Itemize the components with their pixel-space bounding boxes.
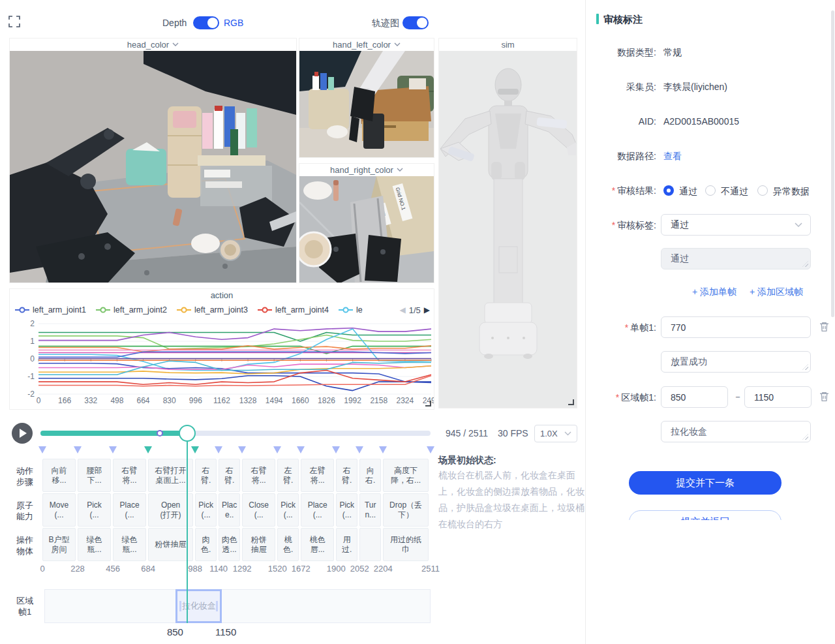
region-frame-track[interactable]: 拉化妆盒 (44, 589, 431, 623)
region-end-input[interactable]: 1150 (744, 386, 812, 408)
delete-region-frame-icon[interactable] (819, 391, 830, 402)
legend-item-le[interactable]: le (339, 305, 363, 314)
hand-left-camera-title-dropdown[interactable]: hand_left_color (299, 38, 434, 51)
review-tag-select[interactable]: 通过 (661, 214, 811, 236)
step-cell-skill[interactable]: Pick (... (78, 493, 111, 527)
radio-abnormal[interactable] (757, 185, 768, 196)
step-marker-456[interactable] (109, 446, 117, 453)
step-marker-0[interactable] (38, 446, 46, 453)
step-cell-skill[interactable]: Pick (... (336, 493, 357, 527)
step-marker-1520[interactable] (273, 446, 281, 453)
step-cell-object[interactable]: 绿色 瓶... (113, 528, 146, 561)
step-cell-object[interactable]: 用 过. (336, 528, 357, 561)
step-cell-object[interactable]: 用过的纸 巾 (383, 528, 429, 561)
step-cell-action[interactable]: 右 臂. (195, 459, 217, 492)
step-marker-1140[interactable] (215, 446, 222, 453)
resize-corner-icon[interactable] (425, 400, 431, 406)
data-path-view-link[interactable]: 查看 (663, 151, 682, 162)
step-marker-2052[interactable] (356, 446, 363, 453)
submit-return-button[interactable]: 提交并返回 (629, 510, 782, 520)
depth-rgb-toggle[interactable] (193, 16, 219, 29)
add-single-frame-link[interactable]: + 添加单帧 (692, 286, 736, 298)
step-cell-skill[interactable]: Drop（丢 下） (383, 493, 429, 527)
step-marker-1900[interactable] (332, 446, 340, 453)
app-root: Depth RGB 轨迹图 head_color (0, 0, 835, 644)
submit-next-button[interactable]: 提交并下一条 (629, 471, 782, 495)
step-cell-action[interactable]: 向 右. (359, 459, 381, 492)
playback-slider[interactable] (40, 431, 431, 436)
region-frame-note-textarea[interactable]: 拉化妆盒 (661, 421, 811, 442)
resize-handle-icon[interactable] (802, 261, 808, 267)
add-region-frame-link[interactable]: + 添加区域帧 (750, 286, 803, 298)
legend-item-left_arm_joint2[interactable]: left_arm_joint2 (96, 305, 167, 314)
resize-handle-icon[interactable] (802, 434, 808, 440)
step-cell-action[interactable]: 右 臂. (219, 459, 240, 492)
step-cell-skill[interactable]: Move (... (42, 493, 76, 527)
action-chart-plot[interactable]: 210-1-2016633249866483099611621328149416… (10, 319, 434, 409)
step-cell-skill[interactable]: Close (... (242, 493, 275, 527)
legend-item-left_arm_joint1[interactable]: left_arm_joint1 (15, 305, 86, 314)
step-cell-object[interactable]: B户型 房间 (42, 528, 76, 561)
step-cell-object[interactable]: 绿色 瓶... (78, 528, 111, 561)
step-marker-1292[interactable] (238, 446, 246, 453)
step-cell-action[interactable]: 左臂 将... (301, 459, 334, 492)
region-frame-box[interactable]: 拉化妆盒 (175, 589, 222, 623)
step-cell-skill[interactable]: Plac e.. (219, 493, 240, 527)
step-cell-action[interactable]: 右 臂. (336, 459, 357, 492)
fullscreen-button[interactable] (8, 16, 20, 27)
radio-abnormal-label[interactable]: 异常数据 (773, 186, 810, 198)
resize-handle-icon[interactable] (802, 364, 808, 370)
single-frame-input[interactable]: 770 (661, 316, 811, 338)
step-cell-action[interactable]: 右臂 将... (113, 459, 146, 492)
single-frame-note-textarea[interactable]: 放置成功 (661, 351, 811, 373)
region-handle-right[interactable] (216, 601, 218, 611)
step-cell-action[interactable]: 腰部 下... (78, 459, 111, 492)
legend-item-left_arm_joint3[interactable]: left_arm_joint3 (177, 305, 248, 314)
step-column-12: 高度下 降，右...Drop（丢 下）用过的纸 巾 (383, 459, 429, 562)
fps-label: 30 FPS (498, 428, 528, 438)
head-camera-title-dropdown[interactable]: head_color (10, 38, 296, 51)
hand-right-camera-title-dropdown[interactable]: hand_right_color (299, 164, 434, 176)
step-cell-skill[interactable]: Pick (... (277, 493, 299, 527)
step-cell-skill[interactable]: Place (... (301, 493, 334, 527)
legend-item-left_arm_joint4[interactable]: left_arm_joint4 (258, 305, 329, 314)
step-cell-object[interactable]: 肉 色. (195, 528, 217, 561)
radio-fail-label[interactable]: 不通过 (721, 186, 748, 198)
step-cell-object[interactable]: 肉色 透... (219, 528, 240, 561)
legend-next-icon[interactable]: ▶ (424, 305, 430, 314)
step-marker-988[interactable] (191, 446, 199, 453)
radio-pass-label[interactable]: 通过 (679, 186, 697, 198)
step-cell-object[interactable] (359, 528, 381, 561)
step-cell-object[interactable]: 粉饼 抽屉 (242, 528, 275, 561)
step-marker-2511[interactable] (427, 446, 434, 453)
step-cell-action[interactable]: 向前 移... (42, 459, 76, 492)
legend-prev-icon[interactable]: ◀ (399, 305, 405, 314)
step-cell-skill[interactable]: Tur n... (359, 493, 381, 527)
play-button[interactable] (12, 423, 33, 444)
region-start-input[interactable]: 850 (661, 386, 728, 408)
step-cell-skill[interactable]: Place (... (113, 493, 146, 527)
playback-handle[interactable] (179, 425, 196, 442)
step-cell-object[interactable]: 桃 色. (277, 528, 299, 561)
radio-fail[interactable] (705, 185, 716, 196)
step-cell-action[interactable]: 高度下 降，右... (383, 459, 429, 492)
step-marker-228[interactable] (74, 446, 82, 453)
step-marker-684[interactable] (144, 446, 152, 453)
legend-line-icon (96, 307, 110, 313)
data-type-value: 常规 (663, 47, 682, 59)
hand-right-camera-panel: hand_right_color Grid NO.1 粉饼 (299, 163, 434, 283)
speed-select[interactable]: 1.0X (534, 425, 577, 442)
page-scrollbar[interactable] (831, 10, 834, 317)
region-handle-left[interactable] (179, 601, 181, 611)
review-tag-note-textarea[interactable]: 通过 (661, 248, 811, 269)
radio-pass[interactable] (663, 185, 674, 196)
step-marker-1672[interactable] (297, 446, 305, 453)
step-marker-2204[interactable] (379, 446, 387, 453)
trajectory-toggle[interactable] (402, 16, 429, 29)
step-cell-object[interactable]: 桃色 唇... (301, 528, 334, 561)
step-cell-action[interactable]: 右臂 将... (242, 459, 275, 492)
step-cell-action[interactable]: 左 臂. (277, 459, 299, 492)
delete-single-frame-icon[interactable] (819, 321, 830, 332)
step-cell-skill[interactable]: Pick (... (195, 493, 217, 527)
resize-corner-icon[interactable] (568, 399, 574, 405)
